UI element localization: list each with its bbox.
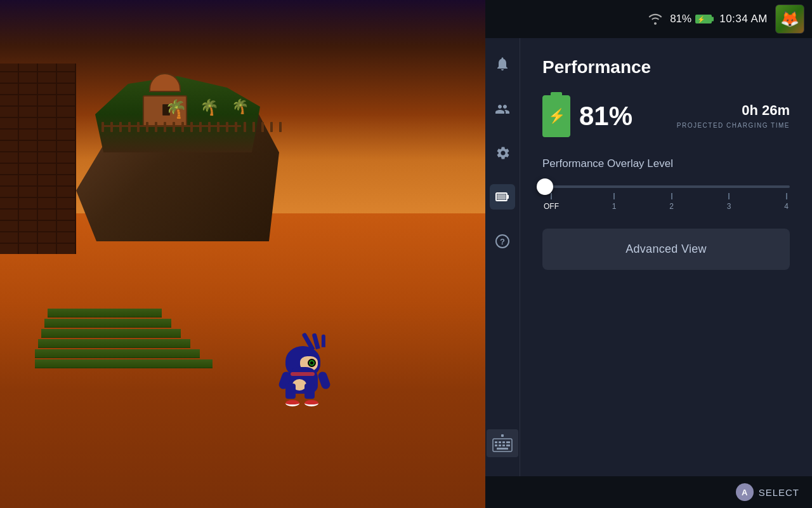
tick-2: 2 [669, 193, 674, 211]
sidebar-item-help[interactable]: ? [490, 229, 515, 254]
charging-time-value: 0h 26m [677, 102, 790, 119]
panel-title: Performance [542, 57, 790, 77]
svg-rect-12 [502, 444, 505, 446]
performance-panel: Performance ⚡ 81% 0h 26m PROJECTED CHARG… [520, 38, 812, 476]
battery-status-bar: 81% ⚡ [670, 13, 712, 25]
fence [102, 122, 282, 132]
sonic-character [279, 330, 330, 406]
palm-tree-1: 🌴 [165, 98, 187, 119]
slider-track [542, 185, 790, 188]
overlay-label: Performance Overlay Level [542, 157, 790, 170]
sidebar-item-notifications[interactable] [490, 51, 515, 76]
sidebar-item-settings[interactable] [490, 140, 515, 165]
svg-text:?: ? [500, 237, 505, 246]
charging-time-label: PROJECTED CHARGING TIME [677, 122, 790, 129]
svg-rect-10 [495, 444, 497, 446]
palm-tree-2: 🌴 [200, 98, 219, 119]
battery-display: ⚡ 81% [542, 95, 632, 137]
svg-rect-6 [495, 441, 497, 443]
sidebar-item-keyboard[interactable] [487, 429, 518, 457]
select-label: SELECT [759, 487, 799, 498]
right-panel: 81% ⚡ 10:34 AM 🦊 [485, 0, 812, 508]
sidebar-item-battery[interactable] [490, 184, 515, 210]
battery-percent-large: 81% [579, 101, 632, 131]
select-button-circle[interactable]: A [736, 483, 754, 501]
cliff: 🌴 🌴 🌴 [63, 64, 304, 241]
wifi-icon [648, 13, 662, 25]
stairs [35, 309, 213, 368]
avatar-image: 🦊 [780, 10, 799, 28]
svg-rect-13 [506, 444, 510, 446]
tick-1: 1 [612, 193, 617, 211]
palm-tree-3: 🌴 [232, 98, 249, 119]
svg-rect-11 [499, 444, 501, 446]
game-viewport: 🌴 🌴 🌴 [0, 0, 485, 508]
battery-section: ⚡ 81% 0h 26m PROJECTED CHARGING TIME [542, 95, 790, 137]
charge-symbol-bar: ⚡ [697, 16, 705, 23]
overlay-section: Performance Overlay Level OFF 1 [542, 157, 790, 270]
bottom-bar: A SELECT [485, 476, 812, 508]
tick-off: OFF [544, 193, 559, 211]
tick-3: 3 [727, 193, 731, 211]
battery-percent-bar: 81% [670, 13, 691, 25]
slider-thumb[interactable] [537, 178, 553, 195]
avatar[interactable]: 🦊 [775, 4, 804, 34]
sidebar-item-users[interactable] [490, 95, 515, 121]
svg-rect-1 [507, 195, 509, 199]
time-display: 10:34 AM [719, 13, 768, 25]
tick-4: 4 [784, 193, 789, 211]
battery-charge-symbol: ⚡ [548, 108, 565, 124]
advanced-view-button[interactable]: Advanced View [542, 229, 790, 270]
slider-container: OFF 1 2 3 [542, 185, 790, 211]
battery-icon-bar: ⚡ [695, 15, 712, 23]
svg-rect-7 [499, 441, 501, 443]
battery-icon-large: ⚡ [542, 95, 570, 137]
svg-rect-14 [497, 448, 508, 450]
charging-time-section: 0h 26m PROJECTED CHARGING TIME [677, 102, 790, 130]
main-content: ? [485, 38, 812, 476]
svg-rect-9 [506, 441, 510, 443]
slider-ticks: OFF 1 2 3 [542, 193, 790, 211]
select-button-label: A [742, 488, 747, 497]
sidebar: ? [485, 38, 520, 476]
svg-rect-8 [502, 441, 505, 443]
svg-rect-2 [497, 194, 506, 200]
status-bar: 81% ⚡ 10:34 AM 🦊 [485, 0, 812, 38]
